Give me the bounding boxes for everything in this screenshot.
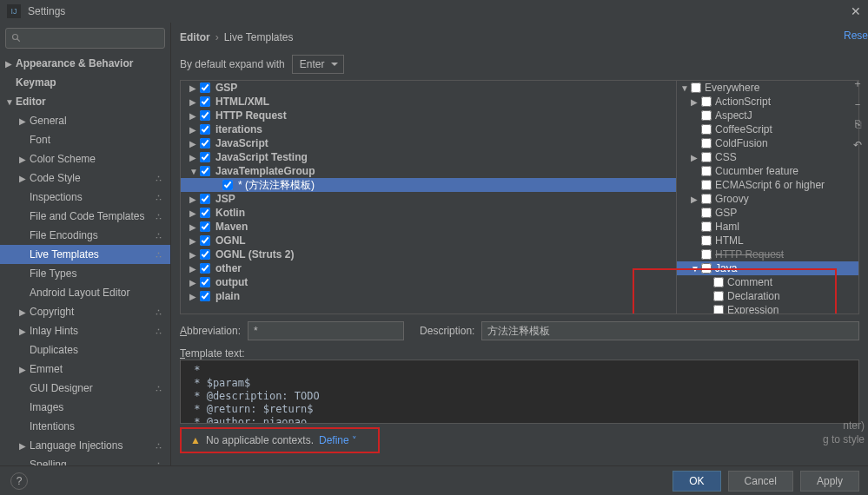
context-checkbox[interactable] (713, 305, 724, 314)
gear-icon: ⛬ (154, 173, 163, 183)
close-icon[interactable]: ✕ (851, 4, 861, 18)
settings-sidebar: ▶Appearance & BehaviorKeymap▼Editor▶Gene… (0, 23, 171, 465)
context-checkbox[interactable] (701, 152, 712, 162)
sidebar-item[interactable]: ▶Appearance & Behavior (0, 54, 170, 73)
context-checkbox[interactable] (691, 82, 701, 93)
cancel-button[interactable]: Cancel (728, 471, 793, 492)
context-checkbox[interactable] (701, 138, 712, 148)
sidebar-item[interactable]: File and Code Templates⛬ (0, 207, 170, 226)
template-checkbox[interactable] (200, 194, 210, 204)
template-text[interactable]: * * $param$ * @description: TODO * @retu… (180, 360, 859, 424)
copy-button[interactable]: ⎘ (851, 118, 865, 132)
context-item[interactable]: HTML (677, 234, 858, 248)
context-item[interactable]: ColdFusion (677, 136, 858, 150)
sidebar-item[interactable]: File Encodings⛬ (0, 226, 170, 245)
context-item[interactable]: ECMAScript 6 or higher (677, 178, 858, 192)
add-button[interactable]: ＋ (851, 76, 865, 90)
template-checkbox[interactable] (200, 110, 210, 121)
context-item[interactable]: AspectJ (677, 109, 858, 122)
sidebar-item[interactable]: Font (0, 130, 170, 149)
context-item[interactable]: Expression (677, 303, 858, 314)
ok-button[interactable]: OK (673, 471, 720, 492)
sidebar-item[interactable]: File Types (0, 264, 170, 283)
template-checkbox[interactable] (200, 96, 210, 107)
template-checkbox[interactable] (200, 277, 210, 287)
sidebar-item[interactable]: ▶Copyright⛬ (0, 302, 170, 321)
sidebar-item[interactable]: ▶Color Scheme (0, 149, 170, 168)
context-item[interactable]: Haml (677, 220, 858, 234)
help-button[interactable]: ? (10, 472, 28, 490)
abbrev-input[interactable] (248, 321, 404, 340)
define-link[interactable]: Define ˅ (319, 434, 357, 446)
sidebar-item[interactable]: ▶Inlay Hints⛬ (0, 321, 170, 340)
template-checkbox[interactable] (200, 152, 210, 162)
sidebar-item[interactable]: Keymap (0, 73, 170, 92)
sidebar-item[interactable]: Android Layout Editor (0, 283, 170, 302)
sidebar-item[interactable]: Images (0, 398, 170, 417)
context-item[interactable]: ▶ActionScript (677, 95, 858, 109)
template-checkbox[interactable] (200, 291, 210, 301)
titlebar: IJ Settings ✕ (0, 0, 868, 23)
context-checkbox[interactable] (701, 180, 712, 190)
sidebar-item[interactable]: Live Templates⛬ (0, 245, 170, 264)
template-checkbox[interactable] (200, 82, 210, 93)
context-checkbox[interactable] (701, 110, 712, 121)
template-checkbox[interactable] (200, 124, 210, 135)
sidebar-item[interactable]: ▶Code Style⛬ (0, 168, 170, 188)
context-item[interactable]: Cucumber feature (677, 164, 858, 178)
context-checkbox[interactable] (701, 194, 712, 204)
context-checkbox[interactable] (713, 291, 724, 301)
context-item[interactable]: ▼Java (677, 261, 858, 275)
sidebar-item[interactable]: ▶Emmet (0, 360, 170, 379)
context-checkbox[interactable] (701, 166, 712, 176)
context-item[interactable]: ▶CSS (677, 150, 858, 164)
context-checkbox[interactable] (701, 221, 712, 232)
context-item[interactable]: Declaration (677, 289, 858, 303)
context-item[interactable]: HTTP Request (677, 248, 858, 261)
sidebar-item[interactable]: ▶Language Injections⛬ (0, 436, 170, 455)
context-checkbox[interactable] (701, 124, 712, 135)
desc-input[interactable] (481, 321, 859, 340)
gear-icon: ⛬ (154, 307, 163, 317)
sidebar-item[interactable]: GUI Designer⛬ (0, 379, 170, 398)
context-item[interactable]: ▶Groovy (677, 192, 858, 206)
template-checkbox[interactable] (200, 235, 210, 246)
template-checkbox[interactable] (200, 208, 210, 218)
context-checkbox[interactable] (713, 277, 724, 287)
template-checkbox[interactable] (200, 263, 210, 274)
context-checkbox[interactable] (701, 208, 712, 218)
context-checkbox[interactable] (701, 249, 712, 260)
search-input[interactable] (5, 28, 165, 49)
template-checkbox[interactable] (200, 138, 210, 148)
context-item[interactable]: GSP (677, 206, 858, 220)
template-checkbox[interactable] (200, 249, 210, 260)
context-item[interactable]: CoffeeScript (677, 122, 858, 136)
context-checkbox[interactable] (701, 263, 712, 274)
reset-link[interactable]: Rese (844, 30, 868, 42)
sidebar-item[interactable]: Inspections⛬ (0, 188, 170, 207)
window-title: Settings (28, 5, 65, 17)
sidebar-item[interactable]: Intentions (0, 417, 170, 436)
context-item[interactable]: Comment (677, 275, 858, 289)
context-item[interactable]: ▼Everywhere (677, 81, 858, 95)
remove-button[interactable]: － (851, 97, 865, 111)
sidebar-item[interactable]: ▶General (0, 111, 170, 130)
gear-icon: ⛬ (154, 249, 163, 260)
context-checkbox[interactable] (701, 235, 712, 246)
apply-button[interactable]: Apply (800, 471, 859, 492)
gear-icon: ⛬ (154, 440, 163, 451)
context-checkbox[interactable] (701, 96, 712, 107)
breadcrumb: Editor › Live Templates Rese (171, 23, 868, 52)
template-checkbox[interactable] (200, 221, 210, 232)
svg-line-1 (17, 39, 20, 42)
sidebar-item[interactable]: Duplicates (0, 340, 170, 360)
sidebar-item[interactable]: Spelling⛬ (0, 455, 170, 465)
sidebar-item[interactable]: ▼Editor (0, 92, 170, 111)
template-checkbox[interactable] (222, 180, 233, 190)
content-panel: Editor › Live Templates Rese By default … (171, 23, 868, 465)
desc-label: Description: (420, 325, 474, 337)
template-text-label: Template text: (180, 347, 859, 360)
expand-combo[interactable]: Enter (292, 55, 344, 74)
template-checkbox[interactable] (200, 166, 210, 176)
restore-button[interactable]: ↶ (851, 139, 865, 153)
